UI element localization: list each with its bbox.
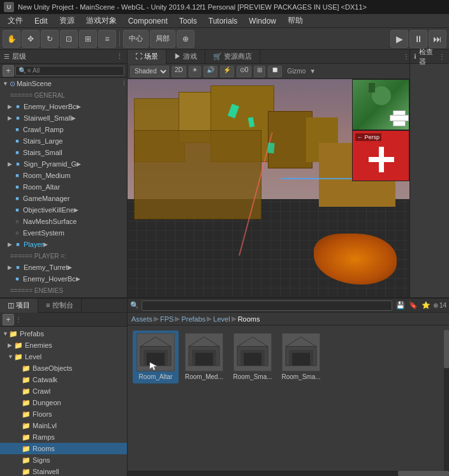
hierarchy-item-objective[interactable]: ■ ObjectiveKillEne ▶ <box>0 204 127 216</box>
menu-file[interactable]: 文件 <box>3 14 28 27</box>
inspector-menu-icon[interactable]: ⋮ <box>439 53 445 60</box>
hierarchy-item-player[interactable]: ▶ ■ Player ▶ <box>0 239 127 250</box>
hierarchy-item-navmesh[interactable]: ○ NavMeshSurface <box>0 216 127 227</box>
pause-button[interactable]: ⏸ <box>409 30 427 48</box>
tab-console[interactable]: ≡ 控制台 <box>38 299 81 313</box>
hierarchy-item-enemy-hover-2[interactable]: ■ Enemy_HoverBc ▶ <box>0 273 127 285</box>
hierarchy-menu-icon[interactable]: ⋮ <box>116 52 123 61</box>
lighting-toggle-button[interactable]: ☀ <box>189 66 201 77</box>
file-search-bar: 🔍 💾 🔖 ⭐ ⊕ 14 <box>128 299 449 313</box>
tab-project[interactable]: ◫ 项目 <box>0 299 38 313</box>
file-filter-icon[interactable]: 🔖 <box>408 300 419 311</box>
hierarchy-item-eventsystem[interactable]: ○ EventSystem <box>0 227 127 239</box>
tree-item-baseobjects[interactable]: 📁 BaseObjects <box>0 362 127 374</box>
step-button[interactable]: ⏭ <box>429 30 446 48</box>
space-group[interactable]: 局部 <box>150 30 175 48</box>
transform-tool-button[interactable]: ≡ <box>98 30 116 48</box>
file-save-icon[interactable]: 💾 <box>395 300 406 311</box>
tree-item-catwalk[interactable]: 📁 Catwalk <box>0 374 127 385</box>
tab-scene[interactable]: ⛶ 场景 <box>128 50 166 64</box>
tree-item-mainlvl[interactable]: 📁 MainLvl <box>0 420 127 431</box>
scene-toolbar: Shaded 2D ☀ 🔊 ⚡ ⊙0 ⊞ 🔲 Gizmo ▼ <box>128 64 409 79</box>
scene-options-2[interactable]: ⊞ <box>254 66 265 77</box>
hierarchy-item-game-manager[interactable]: ■ GameManager <box>0 193 127 204</box>
menu-component[interactable]: Component <box>123 15 173 27</box>
breadcrumb-assets[interactable]: Assets <box>131 315 152 323</box>
breadcrumb-prefabs[interactable]: Prefabs <box>181 315 205 323</box>
2d-toggle-button[interactable]: 2D <box>172 66 186 77</box>
hierarchy-item-sign-pyramid[interactable]: ▶ ■ Sign_Pyramid_G ▶ <box>0 158 127 170</box>
tree-item-enemies[interactable]: ▶ 📁 Enemies <box>0 339 127 351</box>
project-add-button[interactable]: + <box>3 314 14 325</box>
fx-toggle-button[interactable]: ⚡ <box>220 66 234 77</box>
tree-item-dungeon[interactable]: 📁 Dungeon <box>0 397 127 408</box>
play-button[interactable]: ▶ <box>390 30 408 48</box>
tab-game[interactable]: ▶ 游戏 <box>166 50 205 64</box>
hierarchy-add-button[interactable]: + <box>3 65 14 77</box>
tree-item-rooms[interactable]: 📁 Rooms <box>0 443 127 454</box>
toolbar: ✋ ✥ ↻ ⊡ ⊞ ≡ 中心 局部 ⊕ ▶ ⏸ ⏭ <box>0 28 449 50</box>
move-tool-button[interactable]: ✥ <box>22 30 40 48</box>
scene-options-1[interactable]: ⊙0 <box>237 66 252 77</box>
tree-item-stairwell[interactable]: 📁 Stairwell <box>0 466 127 476</box>
tab-asset-store[interactable]: 🛒 资源商店 <box>205 50 260 64</box>
rect-tool-button[interactable]: ⊞ <box>79 30 97 48</box>
menu-gameobject[interactable]: 游戏对象 <box>81 14 122 27</box>
hierarchy-item-mainscene[interactable]: ▼ ⊙ MainScene ⋮ <box>0 78 127 89</box>
scale-tool-button[interactable]: ⊡ <box>60 30 78 48</box>
hand-tool-button[interactable]: ✋ <box>3 30 20 48</box>
hierarchy-item-general[interactable]: ====== GENERAL <box>0 89 127 101</box>
breadcrumb-level[interactable]: Level <box>213 315 230 323</box>
hierarchy-item-stairwell-small[interactable]: ▶ ■ Stairwell_Small ▶ <box>0 112 127 124</box>
project-scrollbar-thumb[interactable] <box>444 330 449 368</box>
scene-options-3[interactable]: 🔲 <box>268 66 282 77</box>
project-scrollbar-track[interactable] <box>444 330 449 476</box>
scene-overflow-icon[interactable]: ⋮ <box>403 53 409 60</box>
tree-item-ramps[interactable]: 📁 Ramps <box>0 431 127 443</box>
hierarchy-item-enemies-sep[interactable]: ====== ENEMIES <box>0 285 127 296</box>
audio-toggle-button[interactable]: 🔊 <box>203 66 217 77</box>
shading-mode-select[interactable]: Shaded <box>130 66 169 77</box>
tree-item-signs[interactable]: 📁 Signs <box>0 454 127 466</box>
tree-item-floors[interactable]: 📁 Floors <box>0 408 127 420</box>
file-scrollbar-track[interactable] <box>128 471 449 476</box>
tree-item-level[interactable]: ▼ 📁 Level <box>0 351 127 362</box>
crawl-label: Crawl_Ramp <box>23 126 64 133</box>
gizmo-label[interactable]: Gizmo <box>287 68 305 75</box>
breadcrumb-fps[interactable]: FPS <box>160 315 173 323</box>
extra-tool-button[interactable]: ⊕ <box>177 30 195 48</box>
file-item-room-sma-2[interactable]: Room_Sma... <box>278 331 324 383</box>
menu-window[interactable]: Window <box>244 15 281 27</box>
arrow-right-4: ▶ <box>74 207 78 213</box>
hierarchy-item-crawl-ramp[interactable]: ■ Crawl_Ramp <box>0 124 127 135</box>
gizmo-dropdown-icon[interactable]: ▼ <box>309 68 316 75</box>
file-item-room-med[interactable]: Room_Med... <box>181 331 227 383</box>
hierarchy-item-stairs-large[interactable]: ■ Stairs_Large <box>0 135 127 147</box>
hierarchy-item-paths-sep[interactable]: ====== PATHS == <box>0 296 127 297</box>
menu-edit[interactable]: Edit <box>29 15 53 27</box>
arrow-right-1: ▶ <box>77 103 81 110</box>
file-item-room-sma-1[interactable]: Room_Sma... <box>230 331 276 383</box>
mainscene-menu[interactable]: ⋮ <box>121 80 127 87</box>
rotate-tool-button[interactable]: ↻ <box>41 30 59 48</box>
scene-viewport[interactable]: ← Persp <box>128 79 409 297</box>
file-search-input[interactable] <box>142 301 392 311</box>
hierarchy-item-stairs-small[interactable]: ■ Stairs_Small <box>0 147 127 158</box>
file-item-room-altar[interactable]: Room_Altar <box>133 331 179 383</box>
hierarchy-item-room-medium[interactable]: ■ Room_Medium <box>0 170 127 181</box>
tree-item-prefabs[interactable]: ▼ 📁 Prefabs <box>0 328 127 339</box>
menu-assets[interactable]: 资源 <box>54 14 80 27</box>
menu-help[interactable]: 帮助 <box>283 14 308 27</box>
room-sma-1-thumb <box>233 333 272 371</box>
hierarchy-item-room-altar[interactable]: ■ Room_Altar <box>0 181 127 193</box>
hierarchy-item-enemy-turret[interactable]: ▶ ■ Enemy_Turret ▶ <box>0 262 127 273</box>
project-filter-icon[interactable]: ⋮ <box>15 316 22 323</box>
menu-tools[interactable]: Tools <box>174 15 202 27</box>
hierarchy-item-enemy-hover-1[interactable]: ▶ ■ Enemy_HoverBc ▶ <box>0 101 127 112</box>
hierarchy-item-player-sep[interactable]: ====== PLAYER =: <box>0 250 127 262</box>
menu-tutorials[interactable]: Tutorials <box>203 15 243 27</box>
pivot-group[interactable]: 中心 <box>123 30 149 48</box>
tree-item-crawl[interactable]: 📁 Crawl <box>0 385 127 397</box>
file-star-icon[interactable]: ⭐ <box>420 300 432 311</box>
file-scrollbar-thumb[interactable] <box>398 471 449 476</box>
